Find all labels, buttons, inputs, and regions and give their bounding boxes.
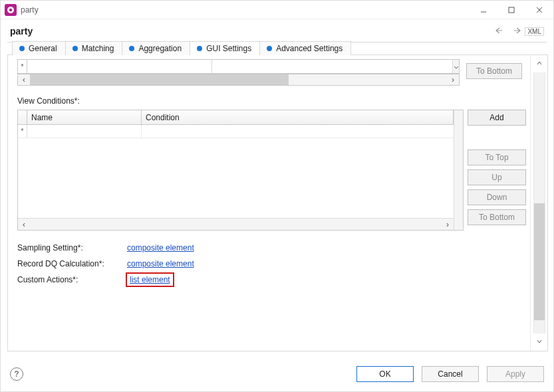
tab-label: Advanced Settings	[276, 44, 343, 53]
tab-label: Matching	[82, 44, 114, 53]
page-title: party	[10, 26, 33, 37]
grid-rowhdr-col	[18, 110, 27, 124]
tab-dot-icon	[72, 46, 78, 51]
to-top-button[interactable]: To Top	[468, 149, 526, 165]
cancel-button[interactable]: Cancel	[422, 366, 479, 382]
scroll-right-icon[interactable]: ›	[447, 74, 459, 85]
custom-actions-link[interactable]: list element	[127, 274, 173, 286]
tab-label: GUI Settings	[206, 44, 251, 53]
tab-aggregation[interactable]: Aggregation	[122, 41, 190, 55]
view-grid-hscroll[interactable]: ‹ ›	[18, 218, 454, 230]
tab-dot-icon	[129, 46, 134, 51]
tab-general[interactable]: General	[12, 41, 66, 55]
help-icon[interactable]: ?	[10, 367, 23, 381]
panel-scroll-up-icon[interactable]	[536, 55, 543, 72]
grid-col-condition[interactable]: Condition	[142, 110, 454, 124]
tab-advanced-settings[interactable]: Advanced Settings	[259, 41, 351, 55]
sampling-setting-label: Sampling Setting*:	[17, 243, 127, 252]
record-dq-label: Record DQ Calculation*:	[17, 259, 127, 268]
scroll-left-icon[interactable]: ‹	[18, 220, 30, 229]
add-button[interactable]: Add	[468, 110, 526, 126]
view-grid-vscroll[interactable]	[454, 110, 463, 230]
tab-matching[interactable]: Matching	[65, 41, 123, 55]
up-button[interactable]: Up	[468, 169, 526, 185]
top-grid-vscroll[interactable]	[452, 60, 459, 73]
to-bottom-button[interactable]: To Bottom	[466, 63, 522, 79]
window-title: party	[21, 5, 470, 15]
panel-scrollbar[interactable]	[533, 72, 545, 334]
view-conditions-grid[interactable]: Name Condition *	[17, 110, 464, 231]
table-row[interactable]: *	[18, 125, 454, 138]
grid-new-row-marker: *	[18, 125, 27, 138]
apply-button[interactable]: Apply	[487, 366, 544, 382]
sampling-setting-link[interactable]: composite element	[127, 243, 194, 252]
svg-point-1	[9, 8, 12, 11]
down-button[interactable]: Down	[468, 189, 526, 205]
ok-button[interactable]: OK	[356, 366, 414, 382]
minimize-button[interactable]	[470, 1, 497, 19]
svg-rect-3	[509, 7, 514, 13]
tab-dot-icon	[197, 46, 202, 51]
custom-actions-label: Custom Actions*:	[17, 275, 127, 284]
grid-new-row-marker: *	[18, 60, 27, 73]
tab-label: General	[29, 44, 57, 53]
scroll-left-icon[interactable]: ‹	[18, 74, 30, 85]
record-dq-link[interactable]: composite element	[127, 259, 194, 268]
view-conditions-label: View Conditions*:	[17, 96, 526, 106]
top-grid-hscroll[interactable]: ‹ ›	[17, 74, 460, 86]
tab-label: Aggregation	[138, 44, 182, 53]
tab-gui-settings[interactable]: GUI Settings	[190, 41, 260, 55]
tab-dot-icon	[19, 46, 25, 51]
nav-forward-icon[interactable]	[510, 27, 521, 37]
app-icon	[5, 4, 17, 16]
grid-col-name[interactable]: Name	[27, 110, 142, 124]
top-grid[interactable]: *	[17, 59, 460, 74]
scroll-right-icon[interactable]: ›	[442, 220, 454, 229]
nav-back-icon[interactable]	[495, 27, 506, 37]
tab-dot-icon	[267, 46, 272, 51]
close-button[interactable]	[525, 1, 553, 19]
panel-scroll-down-icon[interactable]	[536, 334, 543, 351]
xml-toggle[interactable]: XML	[525, 27, 544, 36]
to-bottom-button-2[interactable]: To Bottom	[468, 209, 526, 225]
maximize-button[interactable]	[497, 1, 525, 19]
